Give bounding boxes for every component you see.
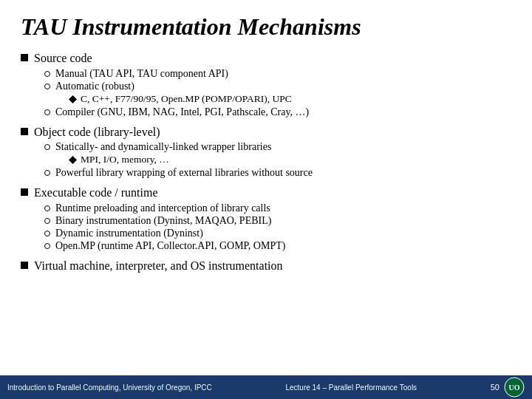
item-heading: Virtual machine, interpreter, and OS ins… xyxy=(34,259,511,274)
square-bullet xyxy=(21,128,28,135)
slide-title: TAU Instrumentation Mechanisms xyxy=(21,13,511,41)
sub-item: Powerful library wrapping of external li… xyxy=(44,167,511,179)
circle-bullet xyxy=(44,243,50,249)
sub-item: Automatic (robust)C, C++, F77/90/95, Ope… xyxy=(44,81,511,106)
sub-item-text: Powerful library wrapping of external li… xyxy=(55,167,313,178)
sub-sub-item: C, C++, F77/90/95, Open.MP (POMP/OPARI),… xyxy=(69,93,292,105)
sub-item-text-wrap: Open.MP (runtime API, Collector.API, GOM… xyxy=(55,240,285,252)
svg-text:UO: UO xyxy=(509,383,520,392)
item-heading: Executable code / runtime xyxy=(34,185,511,201)
sub-item: Compiler (GNU, IBM, NAG, Intel, PGI, Pat… xyxy=(44,106,511,118)
svg-marker-1 xyxy=(69,156,77,164)
circle-bullet xyxy=(44,144,50,150)
sub-item-text-wrap: Powerful library wrapping of external li… xyxy=(55,167,313,179)
diamond-icon xyxy=(69,93,81,103)
footer-left: Introduction to Parallel Computing, Univ… xyxy=(7,383,212,392)
diamond-icon xyxy=(69,154,81,164)
sub-item: Manual (TAU API, TAU component API) xyxy=(44,68,511,80)
footer-center: Lecture 14 – Parallel Performance Tools xyxy=(285,383,417,392)
top-level-item-virtual-machine: Virtual machine, interpreter, and OS ins… xyxy=(21,259,511,274)
sub-sub-list: MPI, I/O, memory, … xyxy=(69,154,271,166)
square-bullet xyxy=(21,54,28,61)
circle-bullet xyxy=(44,109,50,115)
sub-item-text: Dynamic instrumentation (Dyninst) xyxy=(55,228,203,239)
sub-item-text: Manual (TAU API, TAU component API) xyxy=(55,68,228,79)
circle-bullet xyxy=(44,218,50,224)
sub-item-text-wrap: Dynamic instrumentation (Dyninst) xyxy=(55,228,203,239)
top-level-item-object-code: Object code (library-level)Statically- a… xyxy=(21,125,511,180)
sub-item-text-wrap: Statically- and dynamically-linked wrapp… xyxy=(55,141,271,166)
sub-item-text-wrap: Automatic (robust)C, C++, F77/90/95, Ope… xyxy=(55,81,292,106)
uo-logo: UO xyxy=(504,377,525,398)
footer: Introduction to Parallel Computing, Univ… xyxy=(0,375,532,399)
sub-item-text: Binary instrumentation (Dyninst, MAQAO, … xyxy=(55,215,271,226)
sub-item-text: Compiler (GNU, IBM, NAG, Intel, PGI, Pat… xyxy=(55,106,309,117)
sub-sub-item-text: MPI, I/O, memory, … xyxy=(81,154,169,166)
sub-item-text-wrap: Manual (TAU API, TAU component API) xyxy=(55,68,228,80)
slide: TAU Instrumentation Mechanisms Source co… xyxy=(0,0,532,399)
top-level-item-source-code: Source codeManual (TAU API, TAU componen… xyxy=(21,51,511,119)
sub-item: Runtime preloading and interception of l… xyxy=(44,202,511,214)
sub-sub-list: C, C++, F77/90/95, Open.MP (POMP/OPARI),… xyxy=(69,93,292,105)
circle-bullet xyxy=(44,170,50,176)
sub-item: Open.MP (runtime API, Collector.API, GOM… xyxy=(44,240,511,252)
footer-right: 50 UO xyxy=(491,377,525,398)
sub-item-text: Runtime preloading and interception of l… xyxy=(55,202,270,214)
sub-list: Manual (TAU API, TAU component API)Autom… xyxy=(44,68,511,118)
item-content: Object code (library-level)Statically- a… xyxy=(34,125,511,180)
sub-item: Binary instrumentation (Dyninst, MAQAO, … xyxy=(44,215,511,227)
item-heading: Source code xyxy=(34,51,511,66)
square-bullet xyxy=(21,188,28,196)
sub-item-text: Statically- and dynamically-linked wrapp… xyxy=(55,141,271,152)
circle-bullet xyxy=(44,71,50,77)
sub-item-text-wrap: Runtime preloading and interception of l… xyxy=(55,202,270,214)
item-content: Executable code / runtimeRuntime preload… xyxy=(34,185,511,253)
sub-item-text-wrap: Compiler (GNU, IBM, NAG, Intel, PGI, Pat… xyxy=(55,106,309,118)
item-content: Source codeManual (TAU API, TAU componen… xyxy=(34,51,511,119)
circle-bullet xyxy=(44,231,50,236)
sub-list: Runtime preloading and interception of l… xyxy=(44,202,511,252)
sub-item-text-wrap: Binary instrumentation (Dyninst, MAQAO, … xyxy=(55,215,271,227)
square-bullet xyxy=(21,262,28,269)
svg-marker-0 xyxy=(69,95,77,103)
sub-item: Dynamic instrumentation (Dyninst) xyxy=(44,228,511,239)
sub-item: Statically- and dynamically-linked wrapp… xyxy=(44,141,511,166)
circle-bullet xyxy=(44,205,50,211)
sub-item-text: Open.MP (runtime API, Collector.API, GOM… xyxy=(55,240,285,251)
slide-content: Source codeManual (TAU API, TAU componen… xyxy=(21,51,511,372)
sub-list: Statically- and dynamically-linked wrapp… xyxy=(44,141,511,179)
sub-sub-item-text: C, C++, F77/90/95, Open.MP (POMP/OPARI),… xyxy=(81,93,292,105)
page-number: 50 xyxy=(491,383,499,392)
top-level-item-executable-code: Executable code / runtimeRuntime preload… xyxy=(21,185,511,253)
sub-sub-item: MPI, I/O, memory, … xyxy=(69,154,271,166)
circle-bullet xyxy=(44,83,50,89)
item-content: Virtual machine, interpreter, and OS ins… xyxy=(34,259,511,274)
item-heading: Object code (library-level) xyxy=(34,125,511,140)
sub-item-text: Automatic (robust) xyxy=(55,81,134,92)
